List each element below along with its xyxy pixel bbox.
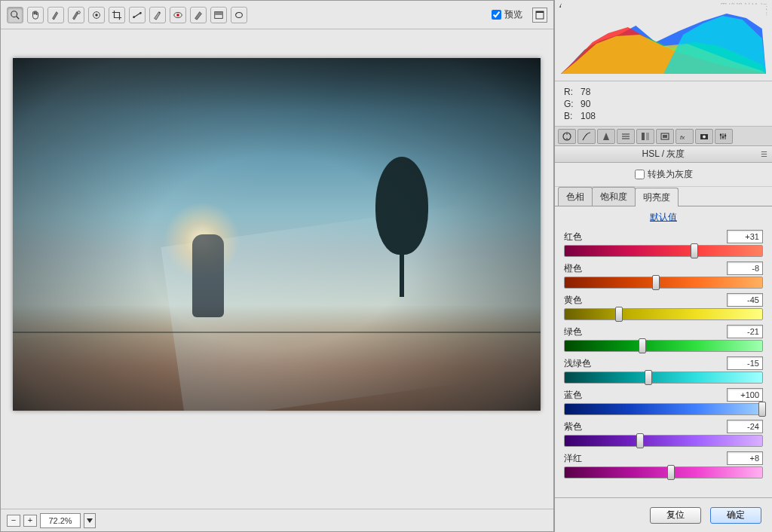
histogram[interactable] [561, 5, 766, 74]
slider-orange-value[interactable]: -8 [727, 261, 763, 275]
slider-yellow-label: 黄色 [564, 294, 582, 307]
svg-point-6 [133, 16, 135, 18]
slider-orange-track[interactable] [564, 277, 763, 289]
canvas-area [1, 29, 553, 509]
slider-purple-thumb[interactable] [636, 433, 644, 448]
crop-tool[interactable] [109, 7, 125, 23]
preview-checkbox-input[interactable] [492, 10, 501, 20]
svg-rect-20 [642, 133, 645, 140]
section-header: HSL / 灰度 ☰ [555, 146, 772, 163]
slider-orange-thumb[interactable] [652, 275, 660, 290]
slider-green: 绿色-21 [564, 325, 763, 352]
slider-magenta-track[interactable] [564, 466, 763, 478]
slider-yellow-thumb[interactable] [615, 307, 623, 322]
svg-text:fx: fx [680, 134, 685, 141]
tab-detail-icon[interactable] [597, 129, 615, 144]
slider-yellow-track[interactable] [564, 308, 763, 320]
slider-red-value[interactable]: +31 [727, 230, 763, 243]
image-preview[interactable] [13, 58, 541, 411]
tab-camera-icon[interactable] [695, 129, 713, 144]
tab-hue[interactable]: 色相 [558, 187, 593, 206]
svg-point-10 [176, 14, 179, 17]
svg-rect-12 [215, 11, 223, 14]
slider-green-thumb[interactable] [639, 338, 646, 353]
redeye-tool[interactable] [170, 7, 186, 23]
zoom-out-button[interactable]: − [7, 515, 20, 527]
preview-checkbox[interactable]: 预览 [492, 8, 522, 21]
zoom-menu-button[interactable] [84, 513, 96, 528]
slider-purple-label: 紫色 [564, 420, 582, 433]
color-sampler-tool[interactable] [68, 7, 84, 23]
target-adjust-tool[interactable] [88, 7, 105, 23]
slider-aqua-thumb[interactable] [645, 370, 652, 385]
toolbar: 预览 [1, 1, 553, 29]
slider-orange: 橙色-8 [564, 261, 763, 289]
slider-aqua-value[interactable]: -15 [727, 356, 763, 370]
photo-content [13, 58, 541, 411]
tab-presets-icon[interactable] [715, 129, 733, 144]
gradient-filter-tool[interactable] [210, 7, 227, 23]
svg-point-7 [139, 12, 142, 14]
convert-grayscale-row: 转换为灰度 [555, 163, 772, 187]
sliders-container: 红色+31 橙色-8 黄色-45 绿色-21 浅绿色-15 蓝色+100 [555, 227, 772, 497]
slider-orange-label: 橙色 [564, 262, 582, 275]
slider-aqua: 浅绿色-15 [564, 356, 763, 384]
fullscreen-button[interactable] [532, 8, 547, 23]
spot-removal-tool[interactable] [149, 7, 166, 23]
svg-line-1 [17, 16, 20, 19]
zoom-in-button[interactable]: + [23, 515, 37, 527]
slider-blue-thumb[interactable] [758, 402, 766, 417]
defaults-link[interactable]: 默认值 [650, 212, 677, 222]
footer-buttons: 复位 确定 [555, 497, 772, 532]
tab-luminance[interactable]: 明亮度 [635, 188, 679, 206]
tab-saturation[interactable]: 饱和度 [592, 187, 636, 206]
convert-grayscale-label: 转换为灰度 [648, 168, 693, 181]
zoom-bar: − + 72.2% [1, 509, 553, 531]
ok-button[interactable]: 确定 [710, 507, 761, 524]
svg-rect-15 [536, 11, 544, 13]
slider-blue-track[interactable] [564, 403, 763, 415]
slider-aqua-track[interactable] [564, 371, 763, 384]
slider-blue-value[interactable]: +100 [727, 388, 763, 402]
histogram-panel: ▲ 思缘设计论坛 WWW.MISSYUAN.COM [555, 0, 772, 81]
tab-fx-icon[interactable]: fx [676, 129, 694, 144]
slider-red-label: 红色 [564, 231, 582, 243]
slider-red-track[interactable] [564, 245, 763, 257]
tab-lens-icon[interactable] [656, 129, 674, 144]
slider-red-thumb[interactable] [691, 243, 698, 258]
slider-green-track[interactable] [564, 340, 763, 352]
svg-point-30 [720, 133, 722, 136]
radial-filter-tool[interactable] [231, 7, 247, 23]
slider-yellow-value[interactable]: -45 [727, 293, 763, 307]
tab-hsl-icon[interactable] [617, 129, 635, 144]
reset-button[interactable]: 复位 [650, 507, 701, 524]
slider-yellow: 黄色-45 [564, 293, 763, 320]
slider-magenta-value[interactable]: +8 [727, 451, 763, 465]
section-menu-icon[interactable]: ☰ [761, 150, 767, 158]
tab-basic-icon[interactable] [558, 129, 576, 144]
slider-purple-track[interactable] [564, 435, 763, 447]
svg-rect-23 [663, 135, 667, 138]
adjustment-brush-tool[interactable] [190, 7, 207, 23]
svg-point-32 [725, 134, 727, 136]
straighten-tool[interactable] [129, 7, 146, 23]
slider-magenta-thumb[interactable] [667, 465, 675, 480]
right-panel: ▲ 思缘设计论坛 WWW.MISSYUAN.COM R:78 G:90 B:10… [554, 0, 772, 532]
slider-green-value[interactable]: -21 [727, 325, 763, 338]
convert-grayscale-checkbox[interactable] [635, 170, 645, 179]
app-root: 预览 − + 72.2% [0, 0, 772, 532]
svg-point-2 [78, 11, 81, 14]
slider-green-label: 绿色 [564, 326, 582, 338]
panel-icon-tabs: fx [555, 127, 772, 146]
r-value: 78 [581, 86, 590, 98]
zoom-tool[interactable] [7, 7, 23, 23]
g-value: 90 [581, 98, 590, 110]
hand-tool[interactable] [27, 7, 44, 23]
tab-split-icon[interactable] [636, 129, 654, 144]
white-balance-tool[interactable] [47, 7, 64, 23]
hsl-subtabs: 色相 饱和度 明亮度 [555, 187, 772, 206]
zoom-value[interactable]: 72.2% [40, 513, 81, 528]
slider-purple-value[interactable]: -24 [727, 420, 763, 433]
rgb-readout: R:78 G:90 B:108 [555, 81, 772, 127]
tab-curve-icon[interactable] [577, 129, 596, 144]
